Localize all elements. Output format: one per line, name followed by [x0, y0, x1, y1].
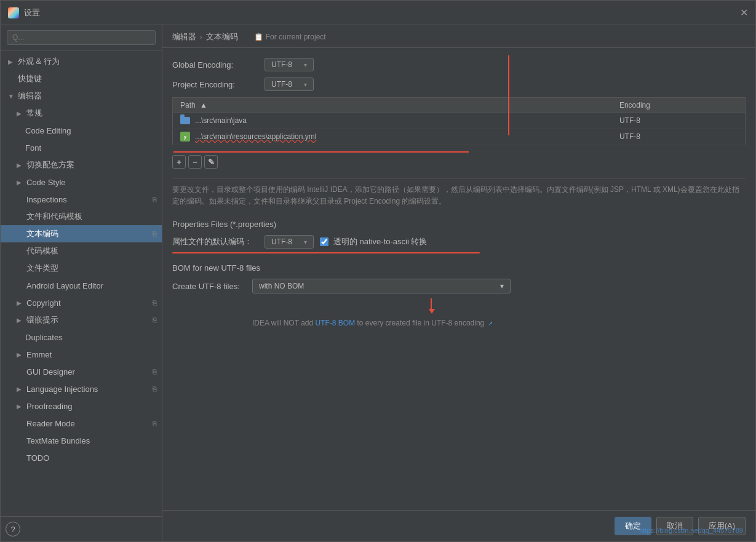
- global-encoding-select[interactable]: UTF-8 ▾: [265, 58, 314, 71]
- create-row: Create UTF-8 files: with NO BOM ▾: [172, 279, 746, 293]
- sidebar-item-label: Language Injections: [26, 385, 98, 394]
- sidebar-item-keymap[interactable]: 快捷键: [1, 70, 162, 87]
- sidebar-item-hints[interactable]: ▶ 镶嵌提示 ⎘: [1, 311, 162, 329]
- sidebar-item-copyright[interactable]: ▶ Copyright ⎘: [1, 294, 162, 311]
- transparent-checkbox-row: 透明的 native-to-ascii 转换: [320, 236, 427, 247]
- settings-dialog: 设置 ✕ ▶ 外观 & 行为 快捷键 ▼: [0, 0, 756, 542]
- title-bar: 设置 ✕: [1, 1, 755, 25]
- table-row[interactable]: ...\src\main\java UTF-8: [173, 113, 746, 129]
- edit-button[interactable]: ✎: [204, 155, 218, 169]
- copy-icon: ⎘: [153, 420, 157, 427]
- utf8-bom-link[interactable]: UTF-8 BOM: [316, 319, 356, 327]
- help-button[interactable]: ?: [6, 522, 20, 536]
- sidebar-item-label: Font: [25, 143, 41, 153]
- sidebar-item-label: Android Layout Editor: [26, 281, 103, 290]
- sidebar-item-file-types[interactable]: 文件类型: [1, 260, 162, 277]
- sidebar-item-proofreading[interactable]: ▶ Proofreading: [1, 397, 162, 415]
- sidebar-item-lang-injections[interactable]: ▶ Language Injections ⎘: [1, 380, 162, 397]
- properties-title: Properties Files (*.properties): [172, 217, 746, 229]
- sidebar-item-label: TODO: [26, 453, 49, 463]
- sidebar-item-code-style[interactable]: ▶ Code Style: [1, 173, 162, 191]
- yaml-file-icon: y: [180, 132, 190, 141]
- breadcrumb: 编辑器 › 文本编码 📋 For current project: [162, 25, 755, 48]
- bom-title: BOM for new UTF-8 files: [172, 261, 746, 273]
- sidebar-item-reader-mode[interactable]: Reader Mode ⎘: [1, 415, 162, 432]
- red-arrow-annotation: [172, 252, 480, 253]
- sidebar-item-color-scheme[interactable]: ▶ 切换配色方案: [1, 156, 162, 173]
- sidebar-item-appearance[interactable]: ▶ 外观 & 行为: [1, 53, 162, 70]
- global-encoding-row: Global Encoding: UTF-8 ▾: [172, 58, 746, 71]
- idea-note: IDEA will NOT add UTF-8 BOM to every cre…: [172, 319, 746, 327]
- external-link-icon[interactable]: ↗: [488, 320, 493, 327]
- project-icon: 📋: [254, 33, 263, 41]
- bom-section: BOM for new UTF-8 files Create UTF-8 fil…: [172, 261, 746, 327]
- sidebar-item-general[interactable]: ▶ 常规: [1, 105, 162, 122]
- sidebar-item-text-encoding[interactable]: 文本编码 ⎘: [1, 225, 162, 242]
- sidebar-item-label: GUI Designer: [26, 367, 75, 377]
- sidebar-item-label: Code Style: [26, 178, 66, 187]
- path-cell: ...\src\main\java: [173, 113, 612, 129]
- sidebar-item-label: 切换配色方案: [26, 159, 74, 170]
- sidebar-item-label: TextMate Bundles: [26, 436, 90, 445]
- sidebar-item-textmate[interactable]: TextMate Bundles: [1, 432, 162, 449]
- breadcrumb-separator: ›: [200, 33, 202, 41]
- global-encoding-label: Global Encoding:: [172, 60, 258, 70]
- project-encoding-select[interactable]: UTF-8 ▾: [265, 78, 314, 91]
- sidebar-item-font[interactable]: Font: [1, 139, 162, 156]
- transparent-checkbox[interactable]: [320, 237, 328, 246]
- sidebar-item-editor[interactable]: ▼ 编辑器: [1, 87, 162, 105]
- sidebar-item-duplicates[interactable]: Duplicates: [1, 329, 162, 346]
- properties-encoding-select[interactable]: UTF-8 ▾: [265, 235, 314, 249]
- copy-icon: ⎘: [153, 316, 157, 324]
- sidebar-item-emmet[interactable]: ▶ Emmet: [1, 346, 162, 363]
- sort-icon: ▲: [200, 101, 207, 110]
- sidebar: ▶ 外观 & 行为 快捷键 ▼ 编辑器 ▶ 常规: [1, 25, 162, 541]
- properties-encoding-row: 属性文件的默认编码： UTF-8 ▾ 透明的 native-to-ascii 转…: [172, 235, 746, 249]
- watermark: https://blog.csdn.net/qq_44575789: [639, 527, 743, 534]
- add-button[interactable]: +: [172, 155, 186, 169]
- encoding-column-header: Encoding: [612, 98, 746, 113]
- remove-button[interactable]: −: [188, 155, 202, 169]
- sidebar-bottom: ?: [1, 516, 162, 541]
- sidebar-item-todo[interactable]: TODO: [1, 449, 162, 466]
- project-encoding-row: Project Encoding: UTF-8 ▾: [172, 78, 746, 91]
- create-label: Create UTF-8 files:: [172, 282, 246, 291]
- idea-note-text: IDEA will NOT add: [252, 319, 313, 327]
- sidebar-item-android-layout[interactable]: Android Layout Editor: [1, 277, 162, 294]
- sidebar-item-label: 编辑器: [18, 90, 42, 102]
- expand-icon: ▶: [17, 403, 24, 410]
- sidebar-item-label: 文本编码: [26, 228, 58, 239]
- expand-icon: ▶: [17, 300, 24, 306]
- sidebar-item-label: 文件和代码模板: [26, 211, 82, 222]
- transparent-label[interactable]: 透明的 native-to-ascii 转换: [333, 236, 427, 247]
- properties-section: Properties Files (*.properties) 属性文件的默认编…: [172, 217, 746, 253]
- main-content-area: ▶ 外观 & 行为 快捷键 ▼ 编辑器 ▶ 常规: [1, 25, 755, 541]
- sidebar-list: ▶ 外观 & 行为 快捷键 ▼ 编辑器 ▶ 常规: [1, 50, 162, 516]
- expand-icon: ▶: [17, 110, 24, 117]
- sidebar-item-gui-designer[interactable]: GUI Designer ⎘: [1, 363, 162, 380]
- properties-encoding-label: 属性文件的默认编码：: [172, 236, 258, 247]
- search-input[interactable]: [7, 30, 156, 45]
- sidebar-item-file-templates[interactable]: 文件和代码模板: [1, 208, 162, 225]
- expand-icon: ▶: [17, 162, 24, 169]
- table-toolbar: + − ✎: [172, 153, 746, 173]
- sidebar-item-code-templates[interactable]: 代码模板: [1, 242, 162, 260]
- info-text: 要更改文件，目录或整个项目使用的编码 IntelliJ IDEA，添加它的路径（…: [172, 178, 746, 217]
- create-select[interactable]: with NO BOM ▾: [252, 279, 511, 293]
- close-button[interactable]: ✕: [740, 8, 748, 18]
- encoding-cell: UTF-8: [612, 113, 746, 129]
- path-column-header[interactable]: Path ▲: [173, 98, 612, 113]
- expand-icon: ▶: [17, 351, 24, 358]
- sidebar-item-label: Proofreading: [26, 402, 72, 411]
- path-value: ...\src\main\resources\application.yml: [195, 132, 316, 141]
- create-value: with NO BOM: [259, 282, 304, 290]
- sidebar-item-inspections[interactable]: Inspections ⎘: [1, 191, 162, 208]
- dialog-title: 设置: [24, 7, 40, 18]
- project-encoding-label: Project Encoding:: [172, 80, 258, 89]
- properties-encoding-value: UTF-8: [271, 237, 292, 246]
- sidebar-item-code-editing[interactable]: Code Editing: [1, 122, 162, 139]
- table-row[interactable]: y ...\src\main\resources\application.yml…: [173, 129, 746, 145]
- dropdown-arrow: ▾: [304, 81, 307, 88]
- main-panel: 编辑器 › 文本编码 📋 For current project Global …: [162, 25, 755, 541]
- encoding-cell: UTF-8: [612, 129, 746, 145]
